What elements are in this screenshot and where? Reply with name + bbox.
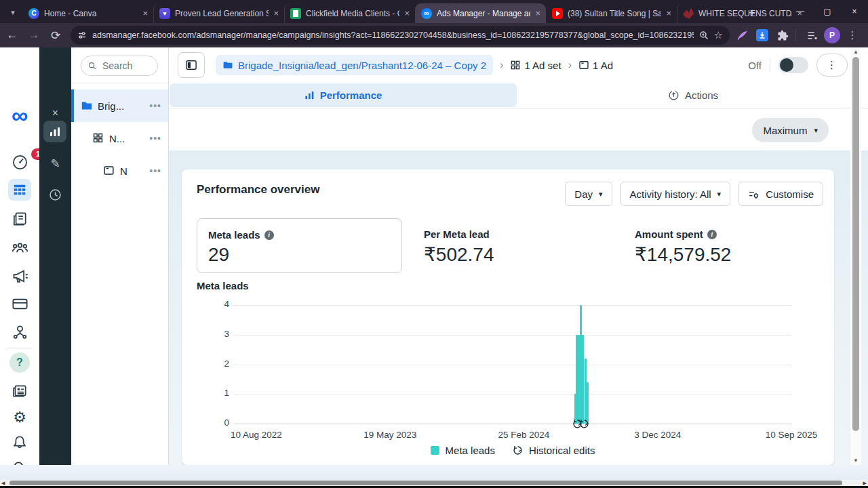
- tab-close-icon[interactable]: ×: [404, 8, 410, 18]
- charts-tool-selected[interactable]: [43, 121, 66, 142]
- help-item[interactable]: ?: [0, 352, 39, 373]
- close-panel-icon[interactable]: ×: [39, 106, 71, 121]
- browser-menu-icon[interactable]: ⋮: [844, 27, 861, 43]
- metric-value: 29: [208, 244, 391, 266]
- bookmark-star-icon[interactable]: ☆: [714, 29, 723, 41]
- metric-meta-leads[interactable]: Meta leadsi29: [197, 218, 402, 273]
- edit-pencil-icon[interactable]: ✎: [39, 156, 71, 171]
- tools-rail: × ✎: [39, 47, 71, 465]
- campaign-name: Brigade_Insignia/lead_gen/Prashant12-06-…: [238, 60, 486, 71]
- tab-actions[interactable]: Actions: [519, 83, 867, 107]
- browser-tab[interactable]: Ads Manager - Manage ad×: [415, 3, 546, 23]
- account-overview-item[interactable]: 1: [0, 152, 39, 172]
- bird-favicon: [683, 8, 694, 19]
- tab-close-icon[interactable]: ×: [666, 8, 671, 18]
- breadcrumb-adset[interactable]: 1 Ad set: [510, 60, 561, 71]
- header-divider: [770, 58, 770, 73]
- meta-leads-bar[interactable]: [582, 335, 584, 424]
- browser-tab[interactable]: Home - Canva×: [22, 3, 153, 23]
- window-maximize-button[interactable]: ▢: [814, 0, 841, 23]
- reading-list-icon[interactable]: [804, 27, 820, 43]
- tree-item-label: N: [120, 165, 144, 177]
- folder-icon: [222, 60, 233, 70]
- extension-download-icon[interactable]: [754, 27, 770, 43]
- scroll-down-arrow[interactable]: ▼: [850, 458, 861, 464]
- adset-icon: [92, 132, 104, 144]
- scroll-left-arrow[interactable]: ◀: [1, 480, 5, 486]
- window-minimize-button[interactable]: —: [787, 0, 814, 23]
- settings-gear-item[interactable]: ⚙: [0, 407, 39, 428]
- window-close-button[interactable]: ×: [841, 0, 868, 23]
- y-tick-label: 1: [224, 388, 229, 398]
- tab-performance[interactable]: Performance: [170, 83, 517, 107]
- scroll-right-arrow[interactable]: ▶: [863, 480, 867, 486]
- legend-item: Meta leads: [431, 445, 495, 456]
- profile-avatar[interactable]: P: [824, 27, 840, 43]
- vertical-scroll-thumb[interactable]: [852, 57, 859, 431]
- notifications-bell-item[interactable]: [0, 432, 39, 453]
- browser-tab-bar: ▾ Home - Canva×Proven Lead Generation St…: [0, 0, 868, 23]
- advertise-megaphone-item[interactable]: [0, 266, 39, 286]
- back-button[interactable]: ←: [3, 26, 22, 45]
- zoom-page-icon[interactable]: [699, 30, 709, 40]
- info-icon[interactable]: i: [707, 230, 717, 239]
- tree-item-adset[interactable]: N...•••: [71, 122, 168, 155]
- billing-item[interactable]: [0, 294, 39, 313]
- site-info-icon[interactable]: [77, 30, 87, 40]
- adset-icon: [510, 60, 521, 70]
- activity-history-dropdown[interactable]: Activity history: All ▾: [620, 182, 731, 206]
- meta-logo[interactable]: ∞: [0, 106, 39, 125]
- reload-button[interactable]: ⟳: [46, 26, 65, 45]
- breadcrumb-campaign-chip[interactable]: Brigade_Insignia/lead_gen/Prashant12-06-…: [216, 55, 493, 75]
- extensions-puzzle-icon[interactable]: [774, 27, 791, 43]
- tree-search-input[interactable]: [101, 60, 151, 72]
- vertical-scrollbar[interactable]: ▲ ▼: [850, 47, 861, 465]
- item-options-icon[interactable]: •••: [149, 165, 168, 176]
- browser-tab[interactable]: Proven Lead Generation St×: [153, 3, 284, 23]
- meta-leads-bar[interactable]: [587, 382, 589, 424]
- forward-button[interactable]: →: [24, 26, 43, 45]
- tab-close-icon[interactable]: ×: [273, 8, 279, 18]
- historical-edit-icon[interactable]: [579, 419, 589, 429]
- item-options-icon[interactable]: •••: [149, 100, 168, 111]
- tab-title: Proven Lead Generation St: [175, 9, 269, 18]
- y-axis-labels: 01234: [198, 305, 229, 424]
- history-clock-icon[interactable]: [39, 186, 71, 203]
- adset-count: 1 Ad set: [524, 60, 561, 71]
- extension-feather-icon[interactable]: [734, 27, 750, 43]
- proven-favicon: [159, 8, 170, 19]
- address-bar[interactable]: adsmanager.facebook.com/adsmanager/manag…: [71, 26, 730, 45]
- scroll-up-arrow[interactable]: ▲: [850, 49, 861, 55]
- customise-button[interactable]: Customise: [738, 182, 823, 206]
- news-item[interactable]: [0, 381, 39, 401]
- maximum-dropdown[interactable]: Maximum ▾: [752, 118, 829, 142]
- chart-plot[interactable]: [234, 305, 791, 424]
- new-tab-button[interactable]: +: [743, 5, 761, 21]
- view-tabs: Performance Actions: [168, 83, 868, 108]
- campaigns-item-selected[interactable]: [8, 179, 31, 201]
- horizontal-scroll-thumb[interactable]: [9, 481, 842, 485]
- youtube-favicon: [552, 8, 563, 19]
- collapse-sidebar-button[interactable]: [178, 52, 205, 78]
- tree-item-label: Brig...: [98, 100, 144, 112]
- info-icon[interactable]: i: [264, 230, 274, 240]
- tab-close-icon[interactable]: ×: [535, 8, 540, 18]
- tab-title: Home - Canva: [44, 9, 138, 18]
- breadcrumb-ad[interactable]: 1 Ad: [578, 60, 613, 71]
- ads-reporting-item[interactable]: [0, 209, 39, 229]
- more-options-button[interactable]: ⋮: [816, 54, 848, 77]
- browser-tab[interactable]: (38) Sultan Title Song | Sal×: [546, 3, 677, 23]
- tab-close-icon[interactable]: ×: [142, 8, 148, 18]
- item-options-icon[interactable]: •••: [149, 133, 168, 144]
- horizontal-scrollbar[interactable]: ◀ ▶: [0, 480, 868, 486]
- day-dropdown[interactable]: Day ▾: [565, 182, 612, 206]
- tree-item-campaign[interactable]: Brig...•••: [71, 89, 168, 122]
- tree-item-ad[interactable]: N•••: [71, 155, 168, 187]
- audiences-item[interactable]: [0, 237, 39, 258]
- tree-search-box[interactable]: [81, 56, 158, 76]
- caret-down-icon: ▾: [814, 126, 818, 135]
- tab-search-button[interactable]: ▾: [5, 5, 20, 19]
- business-settings-item[interactable]: [0, 321, 39, 342]
- campaign-status-toggle[interactable]: [778, 57, 808, 73]
- browser-tab[interactable]: Clickfield Media Clients - G×: [284, 3, 415, 23]
